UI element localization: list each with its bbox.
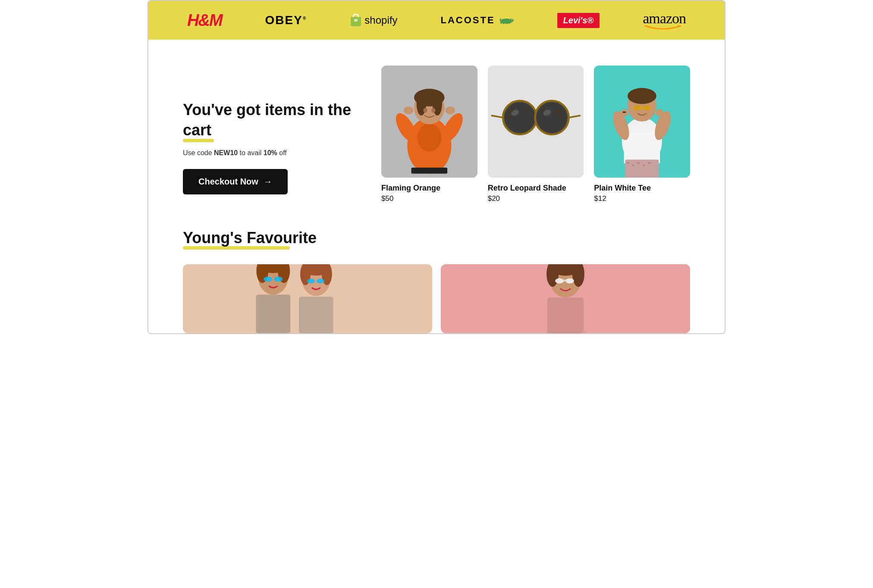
- svg-point-28: [537, 102, 567, 133]
- svg-rect-77: [565, 278, 574, 283]
- svg-rect-76: [555, 278, 564, 283]
- product-price-retro-leopard: $20: [488, 194, 584, 203]
- brand-hm: H&M: [187, 11, 222, 30]
- svg-rect-55: [623, 112, 626, 113]
- svg-point-11: [417, 124, 441, 152]
- product-card-retro-leopard: Retro Leopard Shade $20: [488, 66, 584, 203]
- bottom-card-1: [183, 264, 432, 333]
- bottom-cards: [148, 260, 725, 333]
- svg-point-49: [628, 88, 656, 104]
- svg-rect-7: [506, 22, 508, 24]
- svg-point-18: [423, 108, 427, 113]
- cart-heading: You've got items in the cart: [183, 100, 355, 141]
- svg-rect-68: [317, 278, 324, 283]
- promo-code: NEW10: [214, 149, 238, 156]
- svg-rect-51: [643, 106, 651, 110]
- svg-rect-61: [264, 276, 272, 281]
- svg-rect-6: [503, 22, 504, 24]
- main-content: You've got items in the cart Use code NE…: [148, 40, 725, 220]
- brand-levis: Levi's®: [557, 13, 600, 28]
- promo-text: Use code NEW10 to avail 10% off: [183, 149, 355, 157]
- svg-point-54: [656, 109, 664, 116]
- svg-rect-5: [500, 22, 502, 24]
- youngs-favourite-section: Young's Favourite: [148, 220, 725, 260]
- svg-point-3: [509, 19, 514, 22]
- youngs-favourite-heading: Young's Favourite: [183, 229, 317, 247]
- svg-rect-69: [256, 294, 290, 333]
- product-image-retro-leopard: [488, 66, 584, 178]
- product-price-flaming-orange: $50: [381, 194, 477, 203]
- shopify-bag-icon: [350, 13, 362, 27]
- svg-point-33: [524, 108, 527, 111]
- cart-heading-highlight: cart: [183, 120, 211, 141]
- amazon-smile-icon: [644, 24, 682, 30]
- brand-shopify: shopify: [350, 13, 397, 27]
- svg-point-53: [621, 109, 629, 116]
- bottom-card-2: [441, 264, 690, 333]
- svg-rect-44: [643, 165, 645, 166]
- checkout-button[interactable]: Checkout Now →: [183, 169, 288, 194]
- svg-rect-42: [632, 165, 634, 166]
- lacoste-croc-icon: [499, 16, 514, 25]
- cart-cta-section: You've got items in the cart Use code NE…: [183, 66, 355, 194]
- product-image-plain-white-tee: [594, 66, 690, 178]
- brand-amazon: amazon: [643, 10, 686, 30]
- svg-rect-78: [564, 279, 565, 281]
- svg-point-4: [511, 19, 512, 20]
- product-price-plain-white-tee: $12: [594, 194, 690, 203]
- svg-rect-8: [509, 22, 510, 24]
- svg-point-32: [507, 116, 510, 118]
- arrow-icon: →: [264, 177, 272, 187]
- svg-rect-62: [274, 276, 283, 281]
- svg-rect-45: [648, 163, 651, 164]
- product-image-flaming-orange: [381, 66, 477, 178]
- svg-rect-40: [625, 160, 659, 178]
- product-name-plain-white-tee: Plain White Tee: [594, 184, 690, 193]
- svg-point-34: [542, 108, 544, 111]
- svg-rect-79: [547, 297, 584, 333]
- svg-rect-1: [354, 19, 358, 22]
- svg-rect-67: [307, 278, 315, 283]
- svg-rect-41: [627, 163, 629, 164]
- svg-point-19: [431, 108, 435, 113]
- products-section: Flaming Orange $50: [381, 66, 690, 203]
- svg-point-21: [445, 106, 455, 115]
- svg-rect-70: [299, 297, 333, 333]
- svg-point-35: [557, 110, 560, 113]
- product-name-retro-leopard: Retro Leopard Shade: [488, 184, 584, 193]
- brand-lacoste: LACOSTE: [440, 15, 514, 26]
- product-card-flaming-orange: Flaming Orange $50: [381, 66, 477, 203]
- svg-rect-52: [641, 107, 643, 108]
- svg-rect-43: [637, 163, 640, 164]
- brand-obey: OBEY®: [265, 13, 307, 27]
- svg-rect-50: [633, 106, 641, 110]
- svg-rect-39: [624, 131, 660, 163]
- product-name-flaming-orange: Flaming Orange: [381, 184, 477, 193]
- brand-bar: H&M OBEY® shopify LACOSTE Levi': [148, 1, 725, 40]
- checkout-label: Checkout Now: [198, 177, 258, 187]
- svg-point-31: [509, 110, 512, 113]
- svg-rect-22: [411, 168, 448, 174]
- promo-discount: 10%: [264, 149, 277, 156]
- svg-point-20: [404, 106, 413, 115]
- product-card-plain-white-tee: Plain White Tee $12: [594, 66, 690, 203]
- svg-point-36: [559, 116, 562, 118]
